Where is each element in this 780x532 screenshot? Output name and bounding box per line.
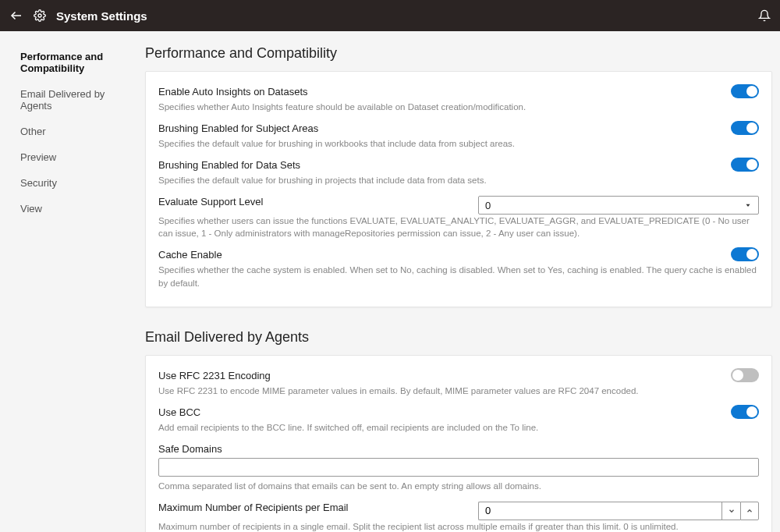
toggle-auto-insights[interactable] <box>731 84 759 98</box>
setting-auto-insights: Enable Auto Insights on Datasets Specifi… <box>158 80 759 116</box>
setting-label: Brushing Enabled for Data Sets <box>158 159 759 171</box>
setting-label: Enable Auto Insights on Datasets <box>158 86 759 98</box>
chevron-down-icon <box>744 201 752 209</box>
setting-label: Brushing Enabled for Subject Areas <box>158 122 759 134</box>
setting-description: Add email recipients to the BCC line. If… <box>158 421 759 434</box>
toggle-brushing-datasets[interactable] <box>731 158 759 172</box>
input-safe-domains[interactable] <box>158 458 759 477</box>
spinner-decrement[interactable] <box>722 502 740 520</box>
setting-description: Specifies the default value for brushing… <box>158 174 759 186</box>
setting-brushing-datasets: Brushing Enabled for Data Sets Specifies… <box>158 153 759 190</box>
setting-label: Cache Enable <box>158 249 759 261</box>
section-title-performance: Performance and Compatibility <box>145 45 772 62</box>
notifications-button[interactable] <box>758 9 771 22</box>
setting-label: Safe Domains <box>158 443 759 455</box>
main-content: Performance and Compatibility Enable Aut… <box>140 31 780 532</box>
section-card-email: Use RFC 2231 Encoding Use RFC 2231 to en… <box>145 355 772 532</box>
toggle-brushing-subject[interactable] <box>731 121 759 135</box>
toggle-use-bcc[interactable] <box>731 405 759 419</box>
setting-description: Specifies whether users can issue the fu… <box>158 215 759 239</box>
sidebar-item-preview[interactable]: Preview <box>20 146 131 168</box>
sidebar-item-performance[interactable]: Performance and Compatibility <box>20 45 131 80</box>
setting-rfc2231: Use RFC 2231 Encoding Use RFC 2231 to en… <box>158 364 759 400</box>
svg-marker-2 <box>746 204 750 207</box>
setting-max-recipients: Maximum Number of Recipients per Email <box>158 495 759 532</box>
sidebar-item-email[interactable]: Email Delivered by Agents <box>20 83 131 117</box>
toggle-cache-enable[interactable] <box>731 247 759 261</box>
app-gear-icon <box>33 9 47 23</box>
svg-point-1 <box>38 14 41 17</box>
section-card-performance: Enable Auto Insights on Datasets Specifi… <box>145 71 772 307</box>
setting-description: Specifies whether the cache system is en… <box>158 264 759 289</box>
setting-label: Maximum Number of Recipients per Email <box>158 502 463 513</box>
toggle-rfc2231[interactable] <box>731 368 759 382</box>
setting-safe-domains: Safe Domains Comma separated list of dom… <box>158 437 759 495</box>
setting-label: Use RFC 2231 Encoding <box>158 370 759 381</box>
setting-description: Specifies whether Auto Insights feature … <box>158 101 759 113</box>
setting-description: Use RFC 2231 to encode MIME parameter va… <box>158 385 759 397</box>
input-max-recipients[interactable] <box>478 502 722 520</box>
spinner-increment[interactable] <box>740 502 759 520</box>
setting-use-bcc: Use BCC Add email recipients to the BCC … <box>158 400 759 437</box>
setting-label: Use BCC <box>158 406 759 418</box>
back-button[interactable] <box>9 9 23 23</box>
setting-description: Maximum number of recipients in a single… <box>158 520 759 532</box>
page-title: System Settings <box>56 9 147 23</box>
setting-label: Evaluate Support Level <box>158 196 463 207</box>
setting-brushing-subject: Brushing Enabled for Subject Areas Speci… <box>158 116 759 153</box>
setting-evaluate-support: Evaluate Support Level 0 Specifies wheth… <box>158 190 759 243</box>
select-evaluate-support[interactable]: 0 <box>478 196 759 215</box>
setting-cache-enable: Cache Enable Specifies whether the cache… <box>158 243 759 292</box>
select-value: 0 <box>485 200 491 211</box>
setting-description: Comma separated list of domains that ema… <box>158 480 759 492</box>
sidebar-item-view[interactable]: View <box>20 197 131 220</box>
section-title-email: Email Delivered by Agents <box>145 329 772 346</box>
sidebar-item-other[interactable]: Other <box>20 120 131 143</box>
top-bar: System Settings <box>0 0 780 31</box>
sidebar-item-security[interactable]: Security <box>20 172 131 194</box>
setting-description: Specifies the default value for brushing… <box>158 137 759 150</box>
sidebar: Performance and Compatibility Email Deli… <box>0 31 140 532</box>
